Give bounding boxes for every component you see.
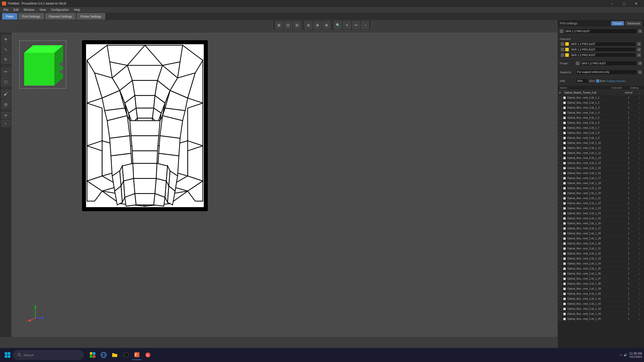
obj-eye-10[interactable]: ○ — [635, 147, 643, 150]
obj-eye-11[interactable]: ○ — [635, 152, 643, 155]
support-tool[interactable]: ⬡ — [1, 77, 10, 86]
obj-checkbox-22[interactable] — [559, 207, 562, 210]
start-button[interactable] — [2, 349, 13, 360]
minimize-button[interactable]: − — [606, 0, 618, 7]
obj-eye-34[interactable]: ○ — [635, 267, 643, 270]
obj-extruder-3[interactable]: 1 — [622, 111, 635, 114]
obj-eye-36[interactable]: ○ — [635, 277, 643, 280]
obj-extruder-7[interactable]: 1 — [622, 131, 635, 134]
obj-eye-12[interactable]: ○ — [635, 157, 643, 160]
obj-eye-41[interactable]: ○ — [635, 302, 643, 305]
obj-checkbox-24[interactable] — [559, 217, 562, 220]
taskbar-app-prusaslicer[interactable]: P — [132, 350, 142, 360]
menu-configuration[interactable]: Configuration — [49, 8, 71, 12]
tab-filament-settings[interactable]: Filament Settings — [45, 13, 76, 20]
obj-extruder-10[interactable]: 1 — [622, 147, 635, 149]
obj-checkbox-0[interactable] — [559, 96, 562, 99]
obj-eye-43[interactable]: ○ — [635, 312, 643, 315]
obj-checkbox-2[interactable] — [559, 106, 562, 109]
obj-checkbox-1[interactable] — [559, 101, 562, 104]
taskbar-app-browser[interactable] — [99, 350, 109, 360]
obj-extruder-5[interactable]: 1 — [622, 121, 635, 124]
obj-extruder-36[interactable]: 1 — [622, 277, 635, 280]
menu-edit[interactable]: Edit — [11, 8, 21, 12]
object-list-item[interactable]: Optical_Illus...nnel_2.stl_1_35 1 ○ — [558, 266, 644, 271]
obj-eye-27[interactable]: ○ — [635, 232, 643, 235]
object-list-item[interactable]: Optical_Illus...nnel_2.stl_1_13 1 ○ — [558, 156, 644, 161]
green-model[interactable] — [19, 40, 69, 96]
object-list-item[interactable]: Optical_Illus...nnel_2.stl_1_42 1 ○ — [558, 301, 644, 306]
seam-tool[interactable]: ◎ — [1, 100, 10, 109]
object-list-item[interactable]: Optical_Illus...nnel_2.stl_1_30 1 ○ — [558, 241, 644, 246]
printer-checkbox[interactable] — [560, 29, 563, 33]
obj-extruder-31[interactable]: 1 — [622, 252, 635, 255]
obj-eye-0[interactable]: ○ — [635, 96, 643, 99]
tab-plater[interactable]: Plater — [2, 13, 17, 20]
obj-eye-13[interactable]: ○ — [635, 162, 643, 165]
obj-extruder-21[interactable]: 1 — [622, 202, 635, 205]
move-tool[interactable]: ✛ — [1, 35, 10, 44]
obj-extruder-30[interactable]: 1 — [622, 247, 635, 250]
object-list-item[interactable]: Optical_Illus...nnel_2.stl_1_19 1 ○ — [558, 186, 644, 191]
object-root-item[interactable]: ▼ Optical_Illusion_Tunnel_2.stl default … — [558, 90, 644, 95]
obj-eye-40[interactable]: ○ — [635, 297, 643, 300]
obj-checkbox-31[interactable] — [559, 252, 562, 255]
obj-checkbox-28[interactable] — [559, 237, 562, 240]
object-list-item[interactable]: Optical_Illus...nnel_2.stl_1_43 1 ○ — [558, 306, 644, 311]
obj-extruder-13[interactable]: 1 — [622, 162, 635, 164]
obj-eye-23[interactable]: ○ — [635, 212, 643, 215]
obj-eye-35[interactable]: ○ — [635, 272, 643, 275]
object-list-item[interactable]: Optical_Illus...nnel_2.stl_1_44 1 ○ — [558, 311, 644, 316]
obj-extruder-6[interactable]: 1 — [622, 126, 635, 129]
filament-2-checkbox[interactable] — [561, 48, 564, 51]
obj-checkbox-20[interactable] — [559, 197, 562, 200]
object-list-item[interactable]: Optical_Illus...nnel_2.stl_1_40 1 ○ — [558, 291, 644, 296]
obj-eye-9[interactable]: ○ — [635, 142, 643, 145]
taskbar-app-terminal[interactable]: >_ — [121, 350, 131, 360]
filament-1-checkbox[interactable] — [561, 42, 564, 46]
object-list-item[interactable]: Optical_Illus...nnel_2.stl_1_45 1 ○ — [558, 316, 644, 322]
object-list-item[interactable]: Optical_Illus...nnel_2.stl_1_8 1 ○ — [558, 130, 644, 135]
obj-checkbox-40[interactable] — [559, 297, 562, 300]
obj-eye-3[interactable]: ○ — [635, 111, 643, 114]
obj-eye-25[interactable]: ○ — [635, 222, 643, 225]
scale-tool[interactable]: ⤡ — [1, 45, 10, 54]
obj-checkbox-21[interactable] — [559, 202, 562, 205]
menu-file[interactable]: File — [1, 8, 11, 12]
undo-button[interactable]: ↩ — [352, 21, 360, 29]
obj-checkbox-27[interactable] — [559, 232, 562, 235]
object-list-item[interactable]: Optical_Illus...nnel_2.stl_1_32 1 ○ — [558, 251, 644, 256]
object-list-item[interactable]: Optical_Illus...nnel_2.stl_1_38 1 ○ — [558, 281, 644, 286]
supports-value[interactable]: For support enforcers only — [576, 70, 637, 75]
obj-extruder-41[interactable]: 1 — [622, 302, 635, 305]
obj-eye-20[interactable]: ○ — [635, 197, 643, 200]
tab-printer-settings[interactable]: Printer Settings — [77, 13, 105, 20]
obj-checkbox-18[interactable] — [559, 187, 562, 190]
obj-checkbox-14[interactable] — [559, 167, 562, 170]
obj-extruder-43[interactable]: 1 — [622, 312, 635, 315]
object-list-item[interactable]: Optical_Illus...nnel_2.stl_1_25 1 ○ — [558, 216, 644, 221]
obj-extruder-44[interactable]: 1 — [622, 318, 635, 320]
filament-2-edit-button[interactable]: ⚙ — [637, 48, 641, 52]
object-list-item[interactable]: Optical_Illus...nnel_2.stl_1_14 1 ○ — [558, 161, 644, 166]
obj-checkbox-11[interactable] — [559, 152, 562, 155]
obj-extruder-25[interactable]: 1 — [622, 222, 635, 225]
obj-eye-44[interactable]: ○ — [635, 318, 643, 321]
obj-extruder-0[interactable]: 1 — [622, 96, 635, 99]
obj-extruder-15[interactable]: 1 — [622, 172, 635, 174]
obj-extruder-11[interactable]: 1 — [622, 152, 635, 154]
tab-print-settings[interactable]: Print Settings — [18, 13, 44, 20]
root-edit-icon[interactable]: ○ — [635, 91, 643, 94]
obj-extruder-33[interactable]: 1 — [622, 262, 635, 265]
obj-eye-18[interactable]: ○ — [635, 187, 643, 190]
obj-checkbox-16[interactable] — [559, 177, 562, 180]
object-list[interactable]: ▼ Optical_Illusion_Tunnel_2.stl default … — [558, 90, 644, 362]
obj-checkbox-32[interactable] — [559, 257, 562, 260]
obj-checkbox-23[interactable] — [559, 212, 562, 215]
obj-eye-16[interactable]: ○ — [635, 177, 643, 180]
obj-extruder-37[interactable]: 1 — [622, 282, 635, 285]
obj-checkbox-37[interactable] — [559, 282, 562, 285]
obj-eye-26[interactable]: ○ — [635, 227, 643, 230]
obj-eye-21[interactable]: ○ — [635, 202, 643, 205]
obj-extruder-19[interactable]: 1 — [622, 192, 635, 195]
